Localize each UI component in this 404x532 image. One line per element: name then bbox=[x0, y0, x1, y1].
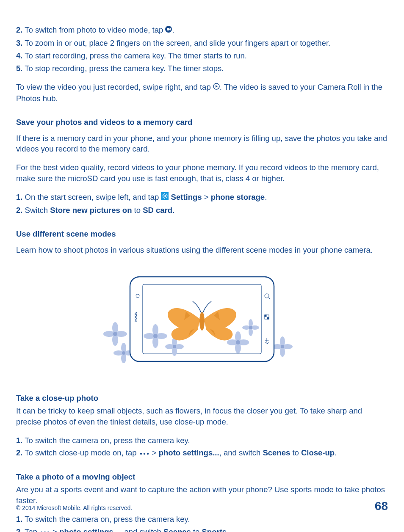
step-text: To start recording, press the camera key… bbox=[25, 51, 247, 60]
svg-point-41 bbox=[153, 334, 158, 338]
step-number: 2. bbox=[16, 25, 22, 34]
step-text: To zoom in or out, place 2 fingers on th… bbox=[25, 39, 330, 47]
svg-point-27 bbox=[281, 345, 284, 348]
text: to bbox=[132, 206, 143, 215]
closeup-step-2: 2. To switch close-up mode on, tap > pho… bbox=[16, 447, 388, 459]
save-step-2: 2. Switch Store new pictures on to SD ca… bbox=[16, 205, 388, 216]
step-number: 2. bbox=[16, 448, 22, 457]
sdcard-label: SD card bbox=[143, 206, 172, 215]
step-4: 4. To start recording, press the camera … bbox=[16, 50, 388, 61]
text: Switch bbox=[25, 206, 50, 215]
scenes-label: Scenes bbox=[163, 527, 191, 532]
settings-icon bbox=[161, 192, 169, 203]
step-number: 1. bbox=[16, 515, 22, 524]
step-2: 2. To switch from photo to video mode, t… bbox=[16, 25, 388, 36]
svg-point-22 bbox=[122, 351, 125, 355]
closeup-label: Close-up bbox=[301, 448, 335, 457]
moving-step-1: 1. To switch the camera on, press the ca… bbox=[16, 514, 388, 525]
step-number: 1. bbox=[16, 436, 22, 445]
step-number: 5. bbox=[16, 64, 22, 73]
more-icon bbox=[39, 526, 50, 532]
step-text: To stop recording, press the camera key.… bbox=[25, 64, 224, 73]
text: To view the video you just recorded, swi… bbox=[16, 83, 213, 91]
step-number: 3. bbox=[16, 39, 22, 47]
phone-storage-label: phone storage bbox=[211, 193, 265, 201]
video-mode-icon bbox=[165, 25, 172, 36]
photo-settings-label: photo settings... bbox=[159, 448, 219, 457]
save-heading: Save your photos and videos to a memory … bbox=[16, 117, 388, 128]
text: , and switch bbox=[120, 527, 163, 532]
phone-illustration: NOKIA bbox=[16, 273, 388, 372]
text: To switch close-up mode on, tap bbox=[25, 448, 138, 457]
step-number: 1. bbox=[16, 193, 22, 201]
save-p2: For the best video quality, record video… bbox=[16, 162, 388, 184]
more-icon bbox=[139, 448, 150, 459]
step-text-end: . bbox=[172, 25, 174, 34]
page-number: 68 bbox=[375, 499, 388, 513]
step-5: 5. To stop recording, press the camera k… bbox=[16, 63, 388, 74]
svg-rect-36 bbox=[267, 317, 269, 319]
step-3: 3. To zoom in or out, place 2 fingers on… bbox=[16, 38, 388, 49]
closeup-step-1: 1. To switch the camera on, press the ca… bbox=[16, 435, 388, 446]
svg-point-46 bbox=[173, 345, 176, 348]
gt: > bbox=[150, 448, 159, 457]
svg-text:NOKIA: NOKIA bbox=[134, 312, 137, 322]
gt: > bbox=[202, 193, 211, 201]
step-number: 2. bbox=[16, 527, 22, 532]
svg-rect-35 bbox=[265, 315, 266, 317]
moving-step-2: 2. Tap > photo settings..., and switch S… bbox=[16, 526, 388, 532]
closeup-p: It can be tricky to keep small objects, … bbox=[16, 405, 388, 427]
photo-settings-label: photo settings... bbox=[59, 527, 120, 532]
view-video-paragraph: To view the video you just recorded, swi… bbox=[16, 82, 388, 104]
text: To switch the camera on, press the camer… bbox=[25, 436, 190, 445]
store-label: Store new pictures on bbox=[50, 206, 132, 215]
scene-p: Learn how to shoot photos in various sit… bbox=[16, 245, 388, 256]
end: . bbox=[265, 193, 267, 201]
svg-rect-1 bbox=[167, 28, 169, 30]
scene-heading: Use different scene modes bbox=[16, 229, 388, 240]
end: . bbox=[172, 206, 174, 215]
svg-point-56 bbox=[249, 326, 252, 329]
text: to bbox=[290, 448, 301, 457]
svg-point-51 bbox=[236, 340, 240, 345]
text: , and switch bbox=[219, 448, 263, 457]
manual-page: 2. To switch from photo to video mode, t… bbox=[0, 0, 404, 532]
text: On the start screen, swipe left, and tap bbox=[25, 193, 161, 201]
closeup-heading: Take a close-up photo bbox=[16, 393, 388, 404]
svg-point-62 bbox=[140, 452, 141, 454]
sports-label: Sports bbox=[202, 527, 227, 532]
copyright-text: © 2014 Microsoft Mobile. All rights rese… bbox=[16, 504, 132, 511]
text: to bbox=[191, 527, 202, 532]
moving-heading: Take a photo of a moving object bbox=[16, 471, 388, 482]
page-footer: © 2014 Microsoft Mobile. All rights rese… bbox=[16, 499, 388, 513]
text: Tap bbox=[25, 527, 39, 532]
step-number: 4. bbox=[16, 51, 22, 60]
end: . bbox=[227, 527, 229, 532]
svg-point-63 bbox=[143, 452, 145, 454]
text: To switch the camera on, press the camer… bbox=[25, 515, 190, 524]
gt: > bbox=[50, 527, 59, 532]
play-icon bbox=[213, 82, 220, 93]
svg-point-17 bbox=[113, 332, 117, 336]
svg-point-64 bbox=[147, 452, 148, 454]
save-step-1: 1. On the start screen, swipe left, and … bbox=[16, 192, 388, 203]
step-text: To switch from photo to video mode, tap bbox=[25, 25, 165, 34]
step-number: 2. bbox=[16, 206, 22, 215]
settings-label: Settings bbox=[171, 193, 202, 201]
scenes-label: Scenes bbox=[263, 448, 290, 457]
save-p1: If there is a memory card in your phone,… bbox=[16, 133, 388, 155]
svg-point-57 bbox=[199, 312, 205, 331]
end: . bbox=[335, 448, 337, 457]
